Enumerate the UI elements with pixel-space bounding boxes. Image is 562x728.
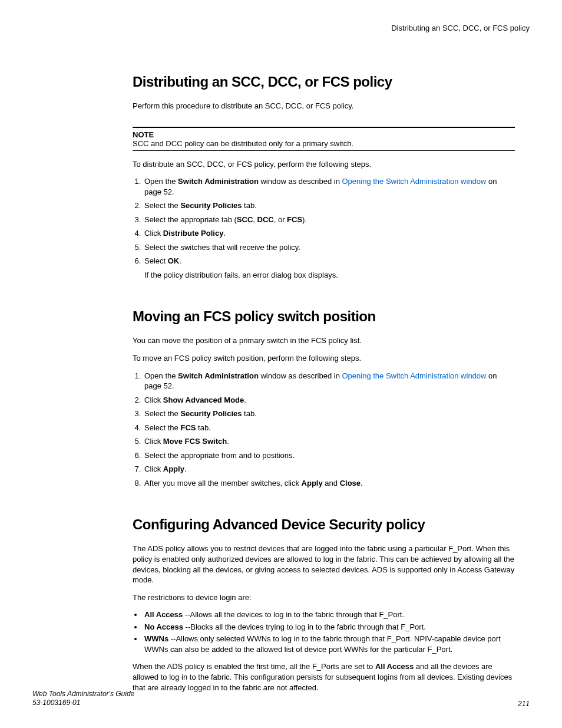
t: Close xyxy=(340,479,361,487)
sec3-p1: The ADS policy allows you to restrict de… xyxy=(133,543,515,585)
t: Security Policies xyxy=(180,201,242,210)
note-text: SCC and DCC policy can be distributed on… xyxy=(133,139,515,148)
t: After you move all the member switches, … xyxy=(144,479,302,487)
t: tab. xyxy=(242,409,257,418)
link-switch-admin-2[interactable]: Opening the Switch Administration window xyxy=(342,371,487,380)
page-content: Distributing an SCC, DCC, or FCS policy … xyxy=(133,74,515,693)
sec2-step6: Select the appropriate from and to posit… xyxy=(143,450,515,461)
sec2-steps: Open the Switch Administration window as… xyxy=(133,371,515,489)
sec2-lead: To move an FCS policy switch position, p… xyxy=(133,353,515,364)
t: Apply xyxy=(163,465,184,473)
t: All Access xyxy=(375,662,414,671)
sec1-intro: Perform this procedure to distribute an … xyxy=(133,101,515,111)
page-footer: Web Tools Administrator's Guide 53-10031… xyxy=(32,690,530,708)
t: Click xyxy=(144,465,163,473)
t: Click xyxy=(144,437,163,446)
footer-docnum: 53-1003169-01 xyxy=(32,699,134,708)
running-header: Distributing an SCC, DCC, or FCS policy xyxy=(32,24,530,32)
t: tab. xyxy=(196,423,210,432)
t: Click xyxy=(144,229,163,238)
t: When the ADS policy is enabled the first… xyxy=(133,662,375,671)
t: Click xyxy=(144,396,163,404)
t: . xyxy=(179,256,181,265)
heading-ads: Configuring Advanced Device Security pol… xyxy=(133,516,515,533)
sec3-b1: All Access --Allows all the devices to l… xyxy=(143,610,515,620)
t: Distribute Policy xyxy=(163,229,224,238)
t: , xyxy=(253,215,257,224)
sec3-p3: When the ADS policy is enabled the first… xyxy=(133,661,515,693)
t: tab. xyxy=(242,201,257,210)
heading-moving: Moving an FCS policy switch position xyxy=(133,308,515,325)
sec2-step8: After you move all the member switches, … xyxy=(143,478,515,489)
t: . xyxy=(361,479,363,487)
t: . xyxy=(227,437,229,446)
t: and xyxy=(323,479,340,487)
sec1-step1: Open the Switch Administration window as… xyxy=(143,176,515,197)
heading-distributing: Distributing an SCC, DCC, or FCS policy xyxy=(133,74,515,90)
page: Distributing an SCC, DCC, or FCS policy … xyxy=(0,0,562,728)
sec1-lead: To distribute an SCC, DCC, or FCS policy… xyxy=(133,159,515,170)
t: SCC xyxy=(237,215,253,224)
t: Select the xyxy=(144,423,180,432)
sec1-step4: Click Distribute Policy. xyxy=(143,228,515,239)
sec3-b3: WWNs --Allows only selected WWNs to log … xyxy=(143,634,515,654)
t: --Allows only selected WWNs to log in to… xyxy=(144,634,501,654)
t: FCS xyxy=(180,423,196,432)
t: --Allows all the devices to log in to th… xyxy=(183,610,404,619)
t: Select the xyxy=(144,201,180,210)
t: Apply xyxy=(302,479,323,487)
sec2-step1: Open the Switch Administration window as… xyxy=(143,371,515,391)
sec3-bullets: All Access --Allows all the devices to l… xyxy=(133,610,515,654)
sec1-steps: Open the Switch Administration window as… xyxy=(133,176,515,280)
t: Security Policies xyxy=(180,409,242,418)
t: --Blocks all the devices trying to log i… xyxy=(183,622,426,631)
t: OK xyxy=(168,256,180,265)
sec2-step7: Click Apply. xyxy=(143,464,515,475)
t: . xyxy=(244,396,246,404)
sec2-step5: Click Move FCS Switch. xyxy=(143,436,515,447)
t: Select the appropriate tab ( xyxy=(144,215,237,224)
footer-left: Web Tools Administrator's Guide 53-10031… xyxy=(32,690,134,708)
t: . xyxy=(223,229,226,238)
t: Open the xyxy=(144,371,178,380)
sec1-step5: Select the switches that will receive th… xyxy=(143,242,515,253)
note-box: NOTE SCC and DCC policy can be distribut… xyxy=(133,127,515,151)
t: ). xyxy=(302,215,307,224)
sec2-step2: Click Show Advanced Mode. xyxy=(143,395,515,406)
sec2-step3: Select the Security Policies tab. xyxy=(143,409,515,419)
sec1-step3: Select the appropriate tab (SCC, DCC, or… xyxy=(143,215,515,225)
sec2-step4: Select the FCS tab. xyxy=(143,423,515,433)
t: Select the xyxy=(144,409,180,418)
rule-top xyxy=(133,127,515,128)
t: window as described in xyxy=(259,177,342,186)
t: FCS xyxy=(287,215,302,224)
t: Open the xyxy=(144,177,178,186)
t: All Access xyxy=(144,610,183,619)
t: No Access xyxy=(144,622,183,631)
footer-title: Web Tools Administrator's Guide xyxy=(32,690,134,699)
t: Move FCS Switch xyxy=(163,437,227,446)
sec3-b2: No Access --Blocks all the devices tryin… xyxy=(143,622,515,633)
sec1-step6: Select OK.If the policy distribution fai… xyxy=(143,256,515,280)
note-label: NOTE xyxy=(133,130,515,139)
t: window as described in xyxy=(259,371,342,380)
t: Switch Administration xyxy=(178,177,259,186)
link-switch-admin-1[interactable]: Opening the Switch Administration window xyxy=(342,177,487,186)
t: Switch Administration xyxy=(178,371,259,380)
sec3-p2: The restrictions to device login are: xyxy=(133,592,515,603)
t: Select xyxy=(144,256,168,265)
t: . xyxy=(184,465,187,473)
t: DCC xyxy=(257,215,274,224)
sec2-intro: You can move the position of a primary s… xyxy=(133,335,515,346)
t: WWNs xyxy=(144,634,168,643)
t: , or xyxy=(274,215,287,224)
footer-pagenum: 211 xyxy=(518,700,530,708)
t: Show Advanced Mode xyxy=(163,396,244,404)
sec1-step6-sub: If the policy distribution fails, an err… xyxy=(144,270,515,281)
rule-bottom xyxy=(133,150,515,151)
sec1-step2: Select the Security Policies tab. xyxy=(143,200,515,211)
